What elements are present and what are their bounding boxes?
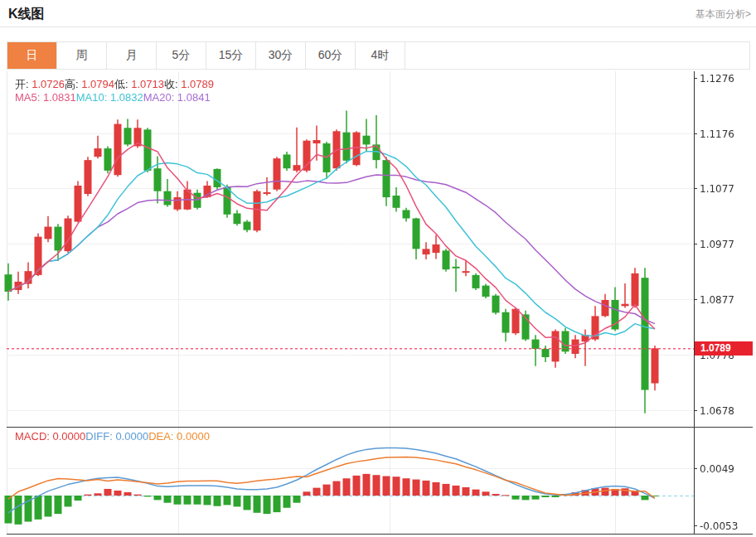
tab-5分[interactable]: 5分: [157, 42, 206, 69]
tab-60分[interactable]: 60分: [306, 42, 356, 69]
tab-周[interactable]: 周: [57, 42, 107, 69]
kline-page: K线图 基本面分析> 日周月5分15分30分60分4时 开: 1.0726高: …: [0, 0, 756, 537]
tab-15分[interactable]: 15分: [206, 42, 256, 69]
title-divider: [0, 27, 756, 27]
kline-chart-canvas[interactable]: [0, 71, 756, 537]
tab-月[interactable]: 月: [107, 42, 157, 69]
period-tab-bar: 日周月5分15分30分60分4时: [7, 41, 750, 70]
chart-area: 开: 1.0726高: 1.0794低: 1.0713收: 1.0789 MA5…: [0, 71, 756, 537]
tab-30分[interactable]: 30分: [256, 42, 306, 69]
fundamental-analysis-link[interactable]: 基本面分析>: [695, 7, 751, 22]
tab-日[interactable]: 日: [7, 42, 57, 69]
page-title: K线图: [8, 6, 45, 23]
tab-4时[interactable]: 4时: [356, 42, 405, 69]
